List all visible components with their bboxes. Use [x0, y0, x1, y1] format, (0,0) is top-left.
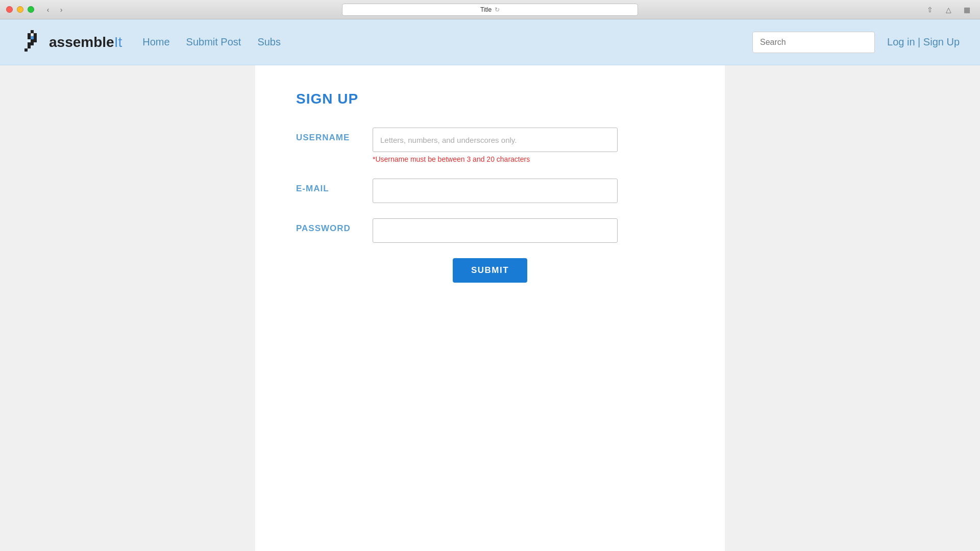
- window-controls: [6, 6, 34, 13]
- svg-rect-4: [28, 36, 31, 39]
- svg-rect-1: [28, 33, 31, 36]
- email-input-wrapper: [373, 179, 618, 203]
- username-field: USERNAME *Username must be between 3 and…: [296, 128, 684, 163]
- nav-subs[interactable]: Subs: [257, 36, 281, 48]
- email-input[interactable]: [373, 179, 618, 203]
- nav-right: Log in | Sign Up: [752, 32, 960, 53]
- titlebar-center: Title ↻: [342, 4, 638, 16]
- reload-icon[interactable]: ↻: [495, 6, 500, 13]
- svg-rect-7: [31, 39, 37, 42]
- submit-area: SUBMIT: [296, 258, 684, 283]
- username-input-wrapper: *Username must be between 3 and 20 chara…: [373, 128, 618, 163]
- password-input[interactable]: [373, 218, 618, 243]
- password-field: PASSWORD: [296, 218, 684, 243]
- submit-button[interactable]: SUBMIT: [453, 258, 527, 283]
- logo-icon: [20, 29, 47, 56]
- maximize-button[interactable]: [28, 6, 34, 13]
- url-bar[interactable]: Title ↻: [342, 4, 638, 16]
- svg-rect-9: [28, 45, 31, 48]
- svg-rect-5: [31, 36, 34, 39]
- grid-button[interactable]: ▦: [960, 4, 974, 15]
- svg-rect-3: [34, 33, 37, 36]
- back-button[interactable]: ‹: [42, 4, 54, 15]
- navbar: assembleassembleItIt Home Submit Post Su…: [0, 19, 980, 65]
- form-title: SIGN UP: [296, 91, 684, 107]
- form-container: SIGN UP USERNAME *Username must be betwe…: [255, 65, 725, 551]
- auth-links[interactable]: Log in | Sign Up: [887, 36, 960, 48]
- svg-rect-6: [34, 36, 37, 39]
- page-title: Title: [480, 6, 492, 13]
- password-label: PASSWORD: [296, 218, 362, 234]
- bookmark-button[interactable]: △: [941, 4, 955, 15]
- search-input[interactable]: [752, 32, 875, 53]
- titlebar-right: ⇧ △ ▦: [923, 4, 974, 15]
- share-button[interactable]: ⇧: [923, 4, 937, 15]
- nav-home[interactable]: Home: [142, 36, 169, 48]
- username-label: USERNAME: [296, 128, 362, 143]
- minimize-button[interactable]: [17, 6, 23, 13]
- password-input-wrapper: [373, 218, 618, 243]
- close-button[interactable]: [6, 6, 13, 13]
- svg-rect-0: [31, 30, 34, 33]
- forward-button[interactable]: ›: [56, 4, 67, 15]
- logo[interactable]: assembleassembleItIt: [20, 29, 122, 56]
- titlebar: ‹ › Title ↻ ⇧ △ ▦: [0, 0, 980, 19]
- svg-rect-2: [31, 33, 34, 36]
- username-input[interactable]: [373, 128, 618, 152]
- nav-links: Home Submit Post Subs: [142, 36, 732, 48]
- username-error: *Username must be between 3 and 20 chara…: [373, 155, 618, 163]
- email-field: E-MAIL: [296, 179, 684, 203]
- logo-text: assembleassembleItIt: [49, 34, 122, 51]
- titlebar-nav: ‹ ›: [42, 4, 67, 15]
- email-label: E-MAIL: [296, 179, 362, 194]
- nav-submit-post[interactable]: Submit Post: [186, 36, 241, 48]
- svg-rect-8: [28, 42, 34, 45]
- page-content: SIGN UP USERNAME *Username must be betwe…: [0, 65, 980, 551]
- svg-rect-10: [24, 48, 28, 52]
